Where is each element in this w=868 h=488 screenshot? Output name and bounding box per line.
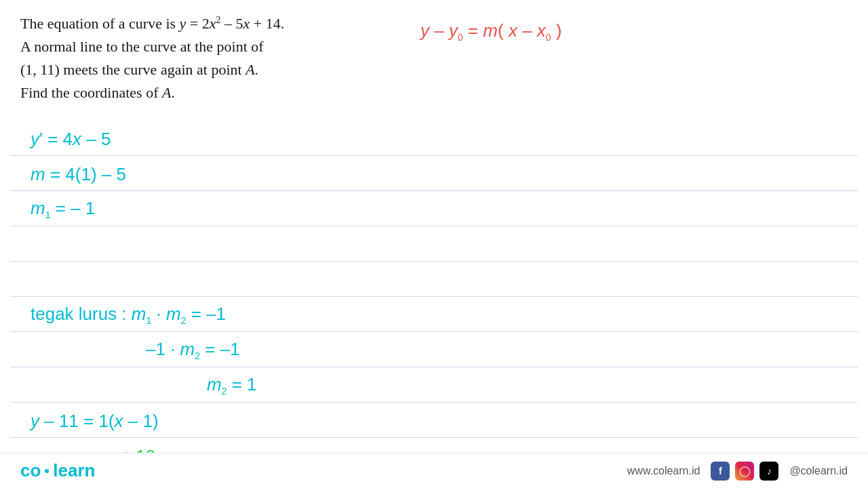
math-expression-2: m = 4(1) – 5 <box>31 164 126 185</box>
tiktok-icon: ♪ <box>760 462 778 481</box>
work-line-6: m2 = 1 <box>10 367 858 403</box>
work-line-7: y – 11 = 1(x – 1) <box>10 403 858 438</box>
work-line-empty-2 <box>10 262 858 297</box>
work-line-4: tegak lurus : m1 · m2 = –1 <box>10 297 858 332</box>
instagram-icon: ◯ <box>735 462 754 481</box>
ruled-area: y' = 4x – 5 m = 4(1) – 5 m1 = – 1 tegak … <box>10 121 858 473</box>
social-icons: f ◯ ♪ <box>711 462 778 481</box>
work-line-5: –1 · m2 = –1 <box>10 332 858 367</box>
facebook-icon: f <box>711 462 730 481</box>
formula-hint: y – y0 = m( x – x0 ) <box>420 20 562 43</box>
work-line-3: m1 = – 1 <box>10 191 858 226</box>
math-expression-5: –1 · m2 = –1 <box>146 339 240 361</box>
footer: co learn www.colearn.id f ◯ ♪ @colearn.i… <box>0 453 868 488</box>
handle-text: @colearn.id <box>789 465 848 477</box>
footer-logo: co learn <box>20 460 96 481</box>
math-expression-6: m2 = 1 <box>207 374 257 396</box>
footer-right: www.colearn.id f ◯ ♪ @colearn.id <box>627 462 848 481</box>
work-line-empty-1 <box>10 226 858 262</box>
work-line-2: m = 4(1) – 5 <box>10 156 858 191</box>
math-expression-7: y – 11 = 1(x – 1) <box>31 411 159 432</box>
math-expression-1: y' = 4x – 5 <box>31 129 111 150</box>
logo-learn: learn <box>53 460 95 481</box>
math-expression-3: m1 = – 1 <box>31 198 95 220</box>
logo-co: co <box>20 460 41 481</box>
main-content: The equation of a curve is y = 2x2 – 5x … <box>0 0 868 461</box>
problem-text: The equation of a curve is y = 2x2 – 5x … <box>20 12 400 104</box>
math-expression-4: tegak lurus : m1 · m2 = –1 <box>31 304 226 326</box>
logo-dot <box>45 469 49 473</box>
website-text: www.colearn.id <box>627 465 701 477</box>
problem-area: The equation of a curve is y = 2x2 – 5x … <box>20 12 400 104</box>
work-line-1: y' = 4x – 5 <box>10 121 858 156</box>
